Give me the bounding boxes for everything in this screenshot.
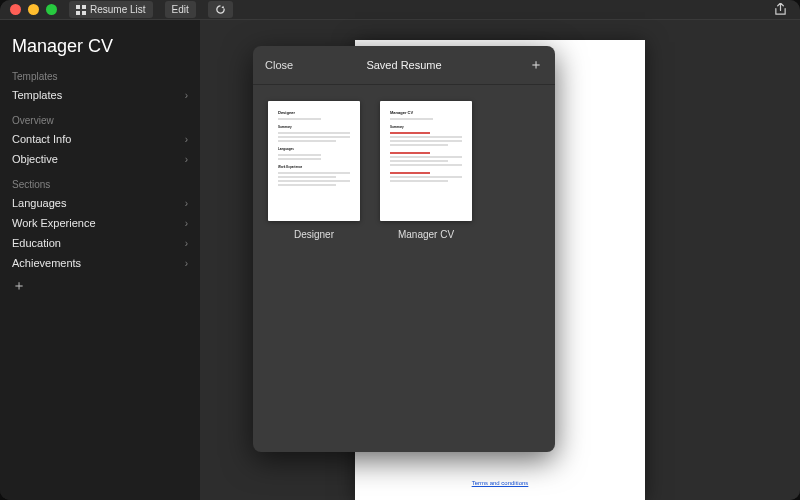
svg-rect-3 [82, 11, 86, 15]
share-button[interactable] [770, 3, 790, 16]
svg-rect-2 [76, 11, 80, 15]
zoom-window-icon[interactable] [46, 4, 57, 15]
document-title: Manager CV [12, 36, 188, 57]
refresh-button[interactable] [208, 1, 233, 18]
group-label-overview: Overview [12, 115, 188, 126]
saved-resume-modal: Close Saved Resume ＋ Designer Summary La… [253, 46, 555, 452]
sidebar-item-label: Work Experience [12, 217, 96, 229]
sidebar-item-languages[interactable]: Languages › [12, 193, 188, 213]
sidebar: Manager CV Templates Templates › Overvie… [0, 20, 200, 500]
modal-close-button[interactable]: Close [265, 59, 293, 71]
window-controls [10, 4, 57, 15]
svg-rect-0 [76, 5, 80, 9]
resume-thumbnail-label: Manager CV [398, 229, 454, 240]
chevron-right-icon: › [185, 198, 188, 209]
refresh-icon [215, 4, 226, 15]
resume-thumbnail: Designer Summary Languages Work Experien… [268, 101, 360, 221]
sidebar-item-label: Objective [12, 153, 58, 165]
plus-icon: ＋ [12, 277, 26, 293]
edit-button[interactable]: Edit [165, 1, 196, 18]
resume-list-button[interactable]: Resume List [69, 1, 153, 18]
chevron-right-icon: › [185, 134, 188, 145]
saved-resume-item[interactable]: Designer Summary Languages Work Experien… [267, 101, 361, 240]
close-window-icon[interactable] [10, 4, 21, 15]
chevron-right-icon: › [185, 154, 188, 165]
chevron-right-icon: › [185, 90, 188, 101]
chevron-right-icon: › [185, 258, 188, 269]
saved-resume-item[interactable]: Manager CV Summary Manager CV [379, 101, 473, 240]
sidebar-item-label: Education [12, 237, 61, 249]
sidebar-item-achievements[interactable]: Achievements › [12, 253, 188, 273]
group-label-templates: Templates [12, 71, 188, 82]
chevron-right-icon: › [185, 218, 188, 229]
modal-add-button[interactable]: ＋ [529, 56, 543, 74]
sidebar-item-objective[interactable]: Objective › [12, 149, 188, 169]
sidebar-item-label: Languages [12, 197, 66, 209]
edit-label: Edit [172, 4, 189, 15]
modal-body: Designer Summary Languages Work Experien… [253, 85, 555, 452]
sidebar-item-label: Achievements [12, 257, 81, 269]
terms-link-container: Terms and conditions [355, 480, 645, 486]
terms-link[interactable]: Terms and conditions [472, 480, 529, 486]
modal-title: Saved Resume [253, 59, 555, 71]
app-window: Resume List Edit Manager CV Templates Te… [0, 0, 800, 500]
sidebar-item-contact-info[interactable]: Contact Info › [12, 129, 188, 149]
grid-icon [76, 5, 86, 15]
resume-thumbnail: Manager CV Summary [380, 101, 472, 221]
chevron-right-icon: › [185, 238, 188, 249]
sidebar-item-label: Templates [12, 89, 62, 101]
add-section-button[interactable]: ＋ [12, 273, 188, 299]
sidebar-item-work-experience[interactable]: Work Experience › [12, 213, 188, 233]
titlebar: Resume List Edit [0, 0, 800, 20]
resume-thumbnail-label: Designer [294, 229, 334, 240]
share-icon [774, 3, 787, 16]
sidebar-item-label: Contact Info [12, 133, 71, 145]
modal-header: Close Saved Resume ＋ [253, 46, 555, 85]
sidebar-item-templates[interactable]: Templates › [12, 85, 188, 105]
sidebar-item-education[interactable]: Education › [12, 233, 188, 253]
minimize-window-icon[interactable] [28, 4, 39, 15]
resume-list-label: Resume List [90, 4, 146, 15]
svg-rect-1 [82, 5, 86, 9]
group-label-sections: Sections [12, 179, 188, 190]
